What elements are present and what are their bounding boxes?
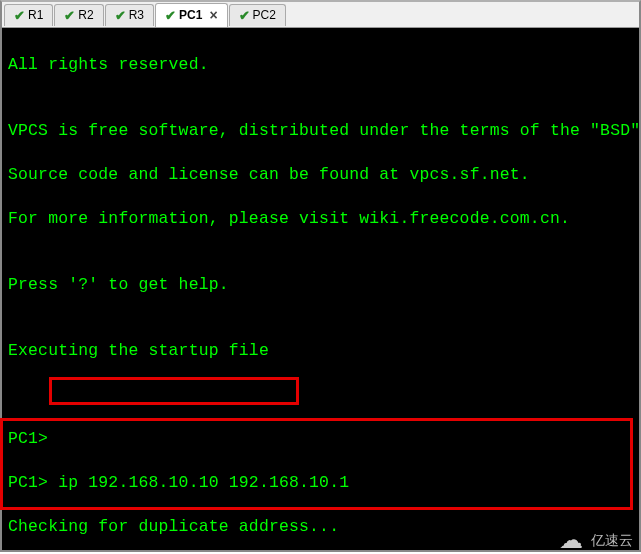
tab-r3[interactable]: ✔ R3 [105, 4, 154, 26]
check-icon: ✔ [165, 8, 176, 23]
tab-bar: ✔ R1 ✔ R2 ✔ R3 ✔ PC1 × ✔ PC2 [2, 2, 639, 28]
terminal-line: Press '?' to get help. [8, 274, 633, 296]
terminal-line: Source code and license can be found at … [8, 164, 633, 186]
tab-label: R3 [129, 8, 144, 22]
terminal-line: All rights reserved. [8, 54, 633, 76]
terminal-line: For more information, please visit wiki.… [8, 208, 633, 230]
tab-label: PC1 [179, 8, 202, 22]
terminal-output[interactable]: All rights reserved. VPCS is free softwa… [2, 28, 639, 550]
tab-label: R1 [28, 8, 43, 22]
annotation-command-box [49, 377, 299, 405]
tab-r2[interactable]: ✔ R2 [54, 4, 103, 26]
terminal-line: PC1> ip 192.168.10.10 192.168.10.1 [8, 472, 633, 494]
check-icon: ✔ [64, 8, 75, 23]
check-icon: ✔ [239, 8, 250, 23]
tab-pc2[interactable]: ✔ PC2 [229, 4, 286, 26]
tab-label: PC2 [253, 8, 276, 22]
terminal-line: PC1> [8, 428, 633, 450]
tab-label: R2 [78, 8, 93, 22]
check-icon: ✔ [115, 8, 126, 23]
close-icon[interactable]: × [209, 8, 217, 22]
check-icon: ✔ [14, 8, 25, 23]
terminal-line: Checking for duplicate address... [8, 516, 633, 538]
terminal-line: VPCS is free software, distributed under… [8, 120, 633, 142]
terminal-line: Executing the startup file [8, 340, 633, 362]
tab-r1[interactable]: ✔ R1 [4, 4, 53, 26]
tab-pc1[interactable]: ✔ PC1 × [155, 3, 228, 27]
